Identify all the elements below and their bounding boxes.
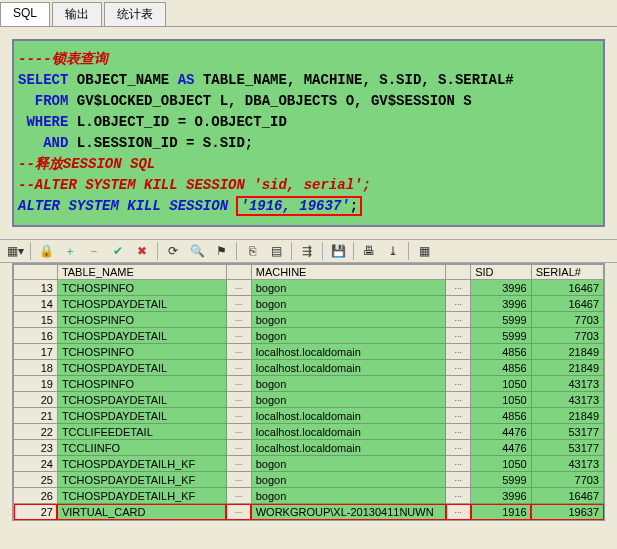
cell-serial[interactable]: 16467 xyxy=(531,280,603,296)
cell-sid[interactable]: 1050 xyxy=(471,376,531,392)
cell-machine[interactable]: bogon xyxy=(251,488,446,504)
cell-machine[interactable]: bogon xyxy=(251,392,446,408)
cell-expand-icon[interactable]: ··· xyxy=(446,392,471,408)
find-icon[interactable]: 🔍 xyxy=(188,242,206,260)
cell-serial[interactable]: 43173 xyxy=(531,376,603,392)
cell-sid[interactable]: 5999 xyxy=(471,472,531,488)
table-row[interactable]: 19TCHOSPINFO···bogon···105043173 xyxy=(14,376,604,392)
cell-expand-icon[interactable]: ··· xyxy=(226,376,251,392)
table-row[interactable]: 17TCHOSPINFO···localhost.localdomain···4… xyxy=(14,344,604,360)
table-row[interactable]: 24TCHOSPDAYDETAILH_KF···bogon···10504317… xyxy=(14,456,604,472)
cell-expand-icon[interactable]: ··· xyxy=(446,440,471,456)
save-icon[interactable]: 💾 xyxy=(329,242,347,260)
cell-sid[interactable]: 5999 xyxy=(471,312,531,328)
cell-table-name[interactable]: TCHOSPINFO xyxy=(57,376,226,392)
cell-expand-icon[interactable]: ··· xyxy=(226,472,251,488)
cell-machine[interactable]: localhost.localdomain xyxy=(251,440,446,456)
cell-serial[interactable]: 21849 xyxy=(531,360,603,376)
cell-expand-icon[interactable]: ··· xyxy=(226,312,251,328)
cell-machine[interactable]: bogon xyxy=(251,280,446,296)
remove-icon[interactable]: － xyxy=(85,242,103,260)
table-row[interactable]: 21TCHOSPDAYDETAIL···localhost.localdomai… xyxy=(14,408,604,424)
cell-machine[interactable]: localhost.localdomain xyxy=(251,360,446,376)
cell-sid[interactable]: 1050 xyxy=(471,392,531,408)
table-row[interactable]: 14TCHOSPDAYDETAIL···bogon···399616467 xyxy=(14,296,604,312)
table-row[interactable]: 16TCHOSPDAYDETAIL···bogon···59997703 xyxy=(14,328,604,344)
cell-serial[interactable]: 43173 xyxy=(531,392,603,408)
cell-machine[interactable]: bogon xyxy=(251,376,446,392)
cell-serial[interactable]: 53177 xyxy=(531,424,603,440)
cell-serial[interactable]: 7703 xyxy=(531,312,603,328)
copy-icon[interactable]: ⎘ xyxy=(243,242,261,260)
table-row[interactable]: 20TCHOSPDAYDETAIL···bogon···105043173 xyxy=(14,392,604,408)
commit-icon[interactable]: ✔ xyxy=(109,242,127,260)
col-sid[interactable]: SID xyxy=(471,265,531,280)
cell-sid[interactable]: 4856 xyxy=(471,408,531,424)
cell-sid[interactable]: 3996 xyxy=(471,296,531,312)
cell-sid[interactable]: 1050 xyxy=(471,456,531,472)
cell-expand-icon[interactable]: ··· xyxy=(446,472,471,488)
cell-table-name[interactable]: TCHOSPDAYDETAIL xyxy=(57,328,226,344)
cell-table-name[interactable]: TCHOSPINFO xyxy=(57,344,226,360)
cell-serial[interactable]: 19637 xyxy=(531,504,603,520)
table-row[interactable]: 26TCHOSPDAYDETAILH_KF···bogon···39961646… xyxy=(14,488,604,504)
cell-serial[interactable]: 21849 xyxy=(531,344,603,360)
cell-expand-icon[interactable]: ··· xyxy=(446,360,471,376)
rollback-icon[interactable]: ✖ xyxy=(133,242,151,260)
cell-expand-icon[interactable]: ··· xyxy=(226,392,251,408)
cell-sid[interactable]: 3996 xyxy=(471,280,531,296)
cell-expand-icon[interactable]: ··· xyxy=(226,488,251,504)
cell-expand-icon[interactable]: ··· xyxy=(226,344,251,360)
cell-table-name[interactable]: TCHOSPDAYDETAILH_KF xyxy=(57,472,226,488)
tab-output[interactable]: 输出 xyxy=(52,2,102,26)
cell-serial[interactable]: 7703 xyxy=(531,472,603,488)
lock-icon[interactable]: 🔒 xyxy=(37,242,55,260)
cell-sid[interactable]: 4476 xyxy=(471,440,531,456)
cell-expand-icon[interactable]: ··· xyxy=(226,280,251,296)
table-row[interactable]: 15TCHOSPINFO···bogon···59997703 xyxy=(14,312,604,328)
cell-sid[interactable]: 4856 xyxy=(471,344,531,360)
cell-expand-icon[interactable]: ··· xyxy=(446,424,471,440)
cell-table-name[interactable]: TCHOSPDAYDETAIL xyxy=(57,392,226,408)
cell-table-name[interactable]: TCHOSPDAYDETAIL xyxy=(57,360,226,376)
grid-icon[interactable]: ▦▾ xyxy=(6,242,24,260)
cell-sid[interactable]: 5999 xyxy=(471,328,531,344)
cell-sid[interactable]: 1916 xyxy=(471,504,531,520)
table-row[interactable]: 22TCCLIFEEDETAIL···localhost.localdomain… xyxy=(14,424,604,440)
tab-sql[interactable]: SQL xyxy=(0,2,50,26)
cell-serial[interactable]: 21849 xyxy=(531,408,603,424)
cell-expand-icon[interactable]: ··· xyxy=(226,456,251,472)
table-row[interactable]: 18TCHOSPDAYDETAIL···localhost.localdomai… xyxy=(14,360,604,376)
cell-machine[interactable]: localhost.localdomain xyxy=(251,424,446,440)
table-row[interactable]: 27VIRTUAL_CARD···WORKGROUP\XL-20130411NU… xyxy=(14,504,604,520)
cell-serial[interactable]: 53177 xyxy=(531,440,603,456)
cell-serial[interactable]: 16467 xyxy=(531,296,603,312)
cell-sid[interactable]: 3996 xyxy=(471,488,531,504)
bookmark-icon[interactable]: ⚑ xyxy=(212,242,230,260)
export-icon[interactable]: ⤓ xyxy=(384,242,402,260)
add-icon[interactable]: ＋ xyxy=(61,242,79,260)
cell-sid[interactable]: 4476 xyxy=(471,424,531,440)
cell-table-name[interactable]: TCHOSPDAYDETAIL xyxy=(57,408,226,424)
cell-table-name[interactable]: TCHOSPINFO xyxy=(57,280,226,296)
cell-expand-icon[interactable]: ··· xyxy=(446,504,471,520)
cell-expand-icon[interactable]: ··· xyxy=(226,296,251,312)
cell-serial[interactable]: 16467 xyxy=(531,488,603,504)
cell-sid[interactable]: 4856 xyxy=(471,360,531,376)
cell-machine[interactable]: WORKGROUP\XL-20130411NUWN xyxy=(251,504,446,520)
cell-machine[interactable]: localhost.localdomain xyxy=(251,408,446,424)
cell-expand-icon[interactable]: ··· xyxy=(446,488,471,504)
cell-machine[interactable]: bogon xyxy=(251,456,446,472)
cell-expand-icon[interactable]: ··· xyxy=(226,440,251,456)
cell-table-name[interactable]: TCHOSPDAYDETAILH_KF xyxy=(57,488,226,504)
cell-expand-icon[interactable]: ··· xyxy=(226,504,251,520)
refresh-icon[interactable]: ⟳ xyxy=(164,242,182,260)
link-icon[interactable]: ⇶ xyxy=(298,242,316,260)
result-grid[interactable]: TABLE_NAME MACHINE SID SERIAL# 13TCHOSPI… xyxy=(12,263,605,521)
cell-serial[interactable]: 7703 xyxy=(531,328,603,344)
cell-expand-icon[interactable]: ··· xyxy=(446,408,471,424)
cell-table-name[interactable]: TCHOSPDAYDETAIL xyxy=(57,296,226,312)
cell-machine[interactable]: bogon xyxy=(251,312,446,328)
cell-table-name[interactable]: TCCLIFEEDETAIL xyxy=(57,424,226,440)
cell-expand-icon[interactable]: ··· xyxy=(226,408,251,424)
